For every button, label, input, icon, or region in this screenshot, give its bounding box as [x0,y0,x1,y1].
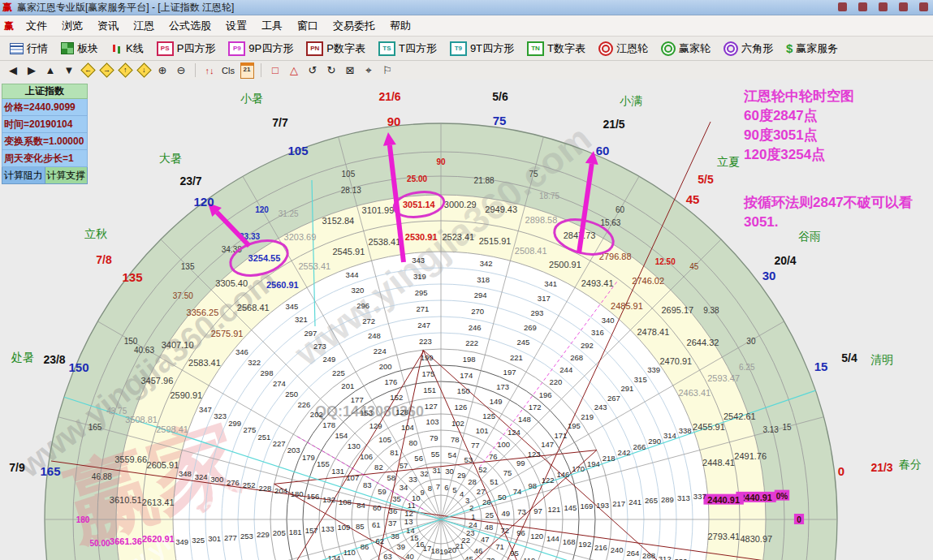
rotate-cw-button[interactable]: ↻ [323,62,339,78]
svg-text:102: 102 [451,419,464,428]
svg-text:3254.55: 3254.55 [248,253,281,263]
menu-item-7[interactable]: 窗口 [290,16,326,36]
page-right-button[interactable]: ▶ [24,62,40,78]
svg-text:83: 83 [363,480,372,489]
dollar-icon: $ [786,41,793,55]
expand-button[interactable]: ⊠ [342,62,358,78]
toolbar-button-K线[interactable]: K线 [105,39,150,58]
toolbar-button-T数字表[interactable]: TNT数字表 [520,39,592,58]
svg-text:347: 347 [199,405,212,414]
svg-text:249: 249 [322,355,335,364]
svg-text:90: 90 [387,114,401,128]
svg-text:56: 56 [414,454,423,463]
kline-icon [111,43,123,54]
svg-text:81: 81 [390,448,399,457]
rect-tool-button[interactable]: □ [267,62,283,78]
clear-flag-button[interactable]: ⚐ [379,62,395,78]
menu-item-4[interactable]: 公式选股 [162,16,218,36]
toolbar-button-T四方形[interactable]: TST四方形 [372,39,443,58]
calc-support-button[interactable]: 计算支撑 [45,167,89,184]
svg-text:37: 37 [388,519,397,528]
toolbar-button-行情[interactable]: 行情 [3,39,54,58]
toolbar-button-9P四方形[interactable]: P99P四方形 [222,39,300,58]
svg-text:218: 218 [603,454,616,463]
toolbar-button-赢家轮[interactable]: 赢家轮 [654,39,717,58]
zoom-out-button[interactable]: ⊖ [173,62,189,78]
wheel-circle-icon [598,41,613,56]
svg-text:290: 290 [648,437,661,446]
updown-button[interactable]: ↑↓ [201,62,218,78]
svg-text:343: 343 [412,256,425,265]
toolbar-button-赢家服务[interactable]: $赢家服务 [780,39,844,58]
svg-text:30: 30 [445,467,454,476]
page-left-button[interactable]: ◀ [5,62,21,78]
svg-text:2508.41: 2508.41 [515,246,547,256]
svg-text:2898.58: 2898.58 [525,215,558,225]
svg-text:2553.41: 2553.41 [298,261,330,271]
toolbar-button-板块[interactable]: 板块 [54,39,105,58]
diamond-right-button[interactable]: → [98,62,114,78]
svg-text:165: 165 [40,464,60,478]
toolbar-button-江恩轮[interactable]: 江恩轮 [592,39,654,58]
pan-down-button[interactable]: ▼ [61,62,77,78]
svg-text:36: 36 [389,506,398,515]
rotate-ccw-button[interactable]: ↺ [305,62,321,78]
calendar-button[interactable]: 21 [239,62,255,78]
menu-item-9[interactable]: 帮助 [382,16,418,36]
gann-wheel-chart[interactable]: 上证指数 价格=2440.9099时间=20190104变换系数=1.00000… [0,80,933,560]
diamond-left-button[interactable]: ← [80,62,96,78]
svg-text:110: 110 [343,548,356,557]
diamond-down-button[interactable]: ↓ [136,62,152,78]
svg-text:80: 80 [409,438,418,447]
p9-box-icon: P9 [228,41,245,56]
svg-text:15: 15 [814,360,828,373]
toolbar-button-P数字表[interactable]: PNP数字表 [300,39,372,58]
toolbar-button-9T四方形[interactable]: T99T四方形 [443,39,520,58]
menu-item-3[interactable]: 江恩 [126,16,162,36]
svg-text:199: 199 [421,353,434,362]
svg-text:3508.81: 3508.81 [125,415,158,424]
svg-text:150: 150 [68,360,89,374]
menu-item-0[interactable]: 文件 [19,16,54,36]
menu-item-2[interactable]: 资讯 [90,16,126,36]
svg-text:34: 34 [400,483,408,492]
toolbar-label: 9T四方形 [470,41,514,56]
svg-text:227: 227 [273,439,286,448]
svg-text:155: 155 [317,459,330,468]
svg-text:226: 226 [298,400,311,409]
svg-text:54: 54 [448,450,457,459]
svg-text:85: 85 [356,522,365,531]
pn-box-icon: PN [306,41,323,56]
svg-text:105: 105 [342,170,356,179]
svg-text:296: 296 [356,301,369,310]
shrink-button[interactable]: ⌖ [361,62,377,78]
svg-text:222: 222 [465,338,478,347]
svg-text:28: 28 [468,477,477,486]
triangle-tool-button[interactable]: △ [286,62,302,78]
menu-item-6[interactable]: 工具 [254,16,290,36]
svg-text:197: 197 [503,368,516,377]
toolbar-button-P四方形[interactable]: PSP四方形 [150,39,222,58]
menu-item-5[interactable]: 设置 [218,16,254,36]
pan-up-button[interactable]: ▲ [42,62,58,78]
zoom-in-button[interactable]: ⊕ [154,62,171,78]
cls-button[interactable]: Cls [220,62,236,78]
svg-text:2478.41: 2478.41 [637,327,670,337]
calc-resistance-button[interactable]: 计算阻力 [2,167,45,184]
svg-text:157: 157 [305,526,318,535]
window-title: 赢家江恩专业版[赢家服务平台] - [上证指数 江恩轮] [17,1,234,15]
svg-text:春分: 春分 [899,458,922,471]
svg-text:48: 48 [485,523,494,532]
svg-text:243: 243 [594,403,607,411]
svg-text:106: 106 [360,452,373,461]
toolbar-label: 赢家服务 [796,41,838,56]
menu-item-8[interactable]: 交易委托 [326,16,382,36]
svg-text:2575.91: 2575.91 [211,329,244,338]
diamond-up-button[interactable]: ↑ [117,62,133,78]
toolbar-button-六角形[interactable]: 六角形 [717,39,780,58]
svg-text:242: 242 [618,448,631,457]
svg-text:341: 341 [544,279,557,288]
svg-text:274: 274 [273,379,286,388]
menu-item-1[interactable]: 浏览 [54,16,90,36]
svg-text:299: 299 [228,419,241,428]
